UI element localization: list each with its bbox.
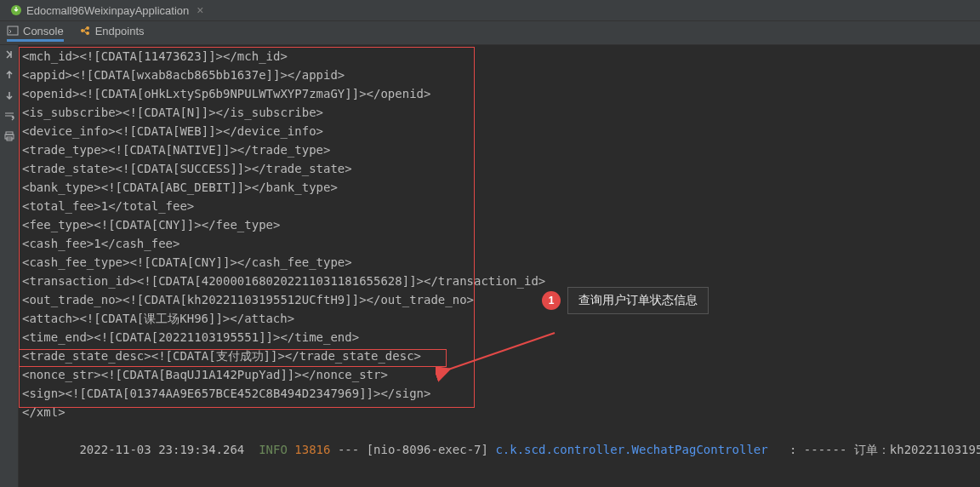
xml-line: <mch_id><![CDATA[11473623]]></mch_id> [20,47,980,66]
tab-endpoints-label: Endpoints [95,25,145,37]
console-gutter [0,45,19,487]
xml-line: <bank_type><![CDATA[ABC_DEBIT]]></bank_t… [20,178,980,197]
annotation-callout: 1 查询用户订单状态信息 [542,287,709,314]
svg-point-6 [86,26,89,30]
scroll-to-end-icon[interactable] [3,49,15,60]
log-class: c.k.scd.controller.WechatPagController [495,443,767,456]
xml-line: <device_info><![CDATA[WEB]]></device_inf… [20,122,980,140]
xml-line: <openid><![CDATA[oHkLxtySp6b9NPULWTwXYP7… [20,84,980,103]
xml-line: <attach><![CDATA[课工场KH96]]></attach> [20,309,980,328]
xml-line: </xml> [20,403,980,421]
console-output[interactable]: <mch_id><![CDATA[11473623]]></mch_id><ap… [19,45,980,487]
console-icon [7,25,19,37]
log-tail: : ------ 订单：kh20221103195512UCftH9 [768,443,980,456]
callout-text: 查询用户订单状态信息 [567,287,709,314]
xml-line: <nonce_str><![CDATA[BaqUJ1A142PupYad]]><… [20,365,980,384]
up-arrow-icon[interactable] [3,69,15,81]
soft-wrap-icon[interactable] [3,110,15,122]
tab-console-label: Console [23,25,64,37]
editor-tab-bar: Edocmall96WeixinpayApplication × [0,0,980,21]
tool-window-tabs: Console Endpoints [0,21,980,45]
xml-line: <trade_state><![CDATA[SUCCESS]]></trade_… [20,159,980,178]
svg-rect-4 [8,26,18,35]
print-icon[interactable] [3,130,15,142]
log-level: INFO [259,443,288,456]
xml-line: <fee_type><![CDATA[CNY]]></fee_type> [20,215,980,234]
log-timestamp: 2022-11-03 23:19:34.264 [79,443,244,456]
xml-line: <transaction_id><![CDATA[420000168020221… [20,272,980,290]
xml-line: <is_subscribe><![CDATA[N]]></is_subscrib… [20,103,980,122]
tab-endpoints[interactable]: Endpoints [79,25,145,42]
down-arrow-icon[interactable] [3,89,15,101]
app-run-tab[interactable]: Edocmall96WeixinpayApplication × [3,1,210,20]
xml-line: <cash_fee_type><![CDATA[CNY]]></cash_fee… [20,253,980,272]
xml-line: <time_end><![CDATA[20221103195551]]></ti… [20,328,980,347]
xml-line: <total_fee>1</total_fee> [20,197,980,215]
tab-console[interactable]: Console [7,25,64,42]
close-icon[interactable]: × [197,3,203,17]
app-tab-title: Edocmall96WeixinpayApplication [26,4,189,17]
svg-point-5 [81,29,84,32]
log-pid: 13816 [294,443,330,456]
xml-line: <trade_type><![CDATA[NATIVE]]></trade_ty… [20,140,980,159]
spring-boot-icon [10,4,22,16]
xml-line: <cash_fee>1</cash_fee> [20,234,980,253]
log-thread: [nio-8096-exec-7] [367,443,488,456]
xml-line: <out_trade_no><![CDATA[kh20221103195512U… [20,290,980,309]
log-line: 2022-11-03 23:19:34.264 INFO 13816 --- [… [20,421,980,478]
xml-line: <trade_state_desc><![CDATA[支付成功]]></trad… [20,347,980,365]
endpoints-icon [79,25,91,37]
callout-number-badge: 1 [542,291,561,310]
svg-point-7 [86,32,89,35]
xml-line: <sign><![CDATA[01374AA9E657BCE452C8B494D… [20,384,980,403]
xml-line: <appid><![CDATA[wxab8acb865bb1637e]]></a… [20,66,980,84]
